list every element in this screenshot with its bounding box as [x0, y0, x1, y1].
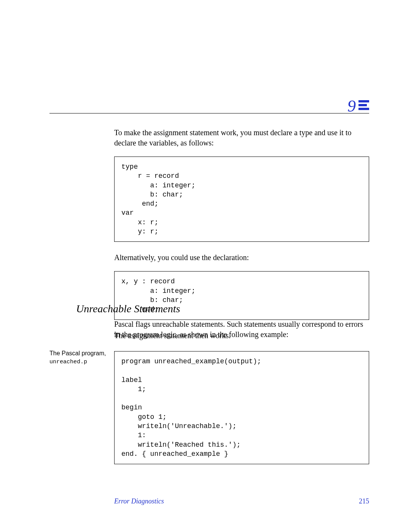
paragraph: Pascal flags unreachable statements. Suc… [114, 319, 369, 340]
section-heading: Unreachable Statements [76, 303, 180, 315]
caption-text: The Pascal program, [49, 350, 106, 356]
code-block: program unreached_example(output); label… [114, 351, 369, 464]
page: 9 To make the assignment statement work,… [0, 0, 411, 532]
code-caption: The Pascal program, unreached.p [49, 350, 110, 366]
footer-title: Error Diagnostics [114, 497, 164, 505]
page-number: 215 [359, 497, 369, 505]
header-rule [49, 113, 369, 113]
chapter-icon [358, 100, 369, 111]
section-content: Pascal flags unreachable statements. Suc… [114, 319, 369, 475]
paragraph: To make the assignment statement work, y… [114, 128, 369, 148]
paragraph: Alternatively, you could use the declara… [114, 252, 369, 263]
caption-filename: unreached.p [49, 359, 87, 365]
code-block: type r = record a: integer; b: char; end… [114, 157, 369, 242]
